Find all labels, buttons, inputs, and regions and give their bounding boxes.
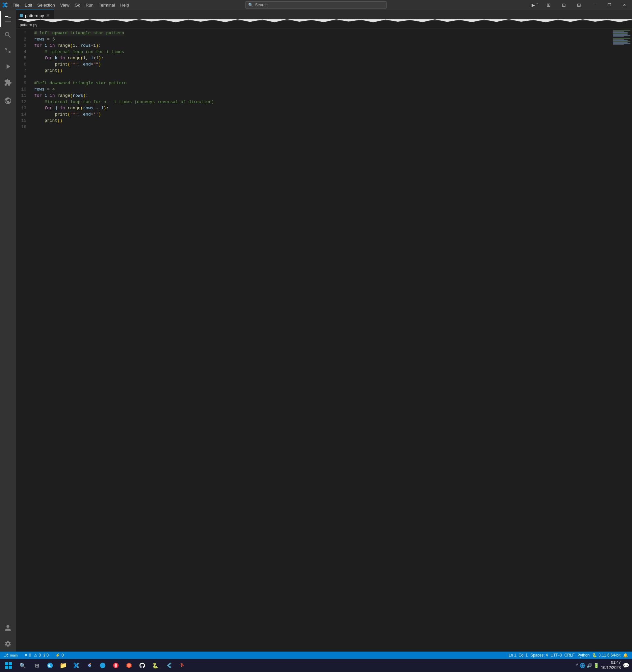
taskbar-vscode2-icon[interactable] [163, 659, 174, 671]
menu-selection[interactable]: Selection [34, 0, 57, 10]
git-branch-icon: ⎇ [4, 653, 8, 657]
status-port[interactable]: ⚡ 0 [54, 652, 65, 659]
warning-count: 0 [39, 653, 41, 657]
warning-icon: ⚠ [34, 653, 38, 657]
error-icon: ✕ [24, 653, 28, 657]
editor-container: pattern.py ✕ pattern.py 1 2 3 4 5 6 7 8 … [16, 10, 632, 652]
activity-settings-icon[interactable] [0, 636, 16, 652]
svg-rect-0 [5, 662, 8, 665]
taskbar-taskview-icon[interactable]: ⊞ [31, 659, 43, 671]
status-branch-label: main [10, 653, 18, 657]
clock-date: 19/12/2023 [601, 666, 621, 671]
taskbar-edge2-icon[interactable] [97, 659, 108, 671]
taskbar-chrome-icon[interactable] [83, 659, 95, 671]
minimap [612, 29, 632, 652]
status-spaces[interactable]: Spaces: 4 [529, 653, 549, 657]
activity-source-control-icon[interactable] [0, 43, 16, 58]
status-language[interactable]: Python [576, 653, 591, 657]
titlebar-right: ▶ ˅ ⊞ ⊡ ⊟ ─ ❐ ✕ [529, 0, 632, 10]
activity-bar [0, 10, 16, 652]
activity-run-icon[interactable] [0, 58, 16, 74]
run-button[interactable]: ▶ ˅ [529, 0, 541, 10]
tray-battery-icon[interactable]: 🔋 [593, 663, 599, 668]
status-eol[interactable]: CRLF [563, 653, 576, 657]
menu-terminal[interactable]: Terminal [96, 0, 118, 10]
taskbar-vscode-icon[interactable] [70, 659, 82, 671]
status-ln-col[interactable]: Ln 1, Col 1 [507, 653, 529, 657]
status-right: Ln 1, Col 1 Spaces: 4 UTF-8 CRLF Python … [507, 653, 629, 657]
status-python-version[interactable]: 🐍 3.11.6 64-bit [591, 653, 622, 657]
status-encoding[interactable]: UTF-8 [550, 653, 563, 657]
svg-rect-3 [9, 666, 12, 669]
search-icon: 🔍 [248, 3, 253, 7]
tray-volume-icon[interactable]: 🔊 [587, 663, 592, 668]
status-bar: ⎇ main ✕ 0 ⚠ 0 ℹ 0 ⚡ 0 Ln 1, Col 1 Space… [0, 652, 632, 659]
svg-rect-2 [5, 666, 8, 669]
activity-extensions-icon[interactable] [0, 74, 16, 90]
activity-accounts-icon[interactable] [0, 620, 16, 636]
menu-file[interactable]: File [10, 0, 22, 10]
breadcrumb-file[interactable]: pattern.py [20, 23, 37, 27]
activity-search-icon[interactable] [0, 27, 16, 43]
svg-point-8 [115, 663, 117, 667]
status-notifications[interactable]: 🔔 [622, 653, 629, 657]
info-count: 0 [46, 653, 49, 657]
code-editor[interactable]: 1 2 3 4 5 6 7 8 9 10 11 12 13 14 15 16 #… [16, 29, 632, 652]
tab-pattern-py[interactable]: pattern.py ✕ [16, 9, 54, 21]
breadcrumb: pattern.py [16, 21, 632, 29]
taskbar-git-icon[interactable] [176, 659, 188, 671]
tray-network-icon[interactable]: 🌐 [580, 663, 585, 668]
menu-go[interactable]: Go [72, 0, 83, 10]
taskbar-edge-icon[interactable] [44, 659, 56, 671]
tray-chevron-icon[interactable]: ^ [576, 663, 578, 668]
activity-explorer-icon[interactable] [0, 11, 16, 27]
menu-help[interactable]: Help [118, 0, 132, 10]
python-version-label: 3.11.6 64-bit [599, 653, 621, 657]
taskbar-opera-icon[interactable] [110, 659, 122, 671]
taskbar-python-icon[interactable]: 🐍 [149, 659, 161, 671]
ln-col-label: Ln 1, Col 1 [509, 653, 528, 657]
taskbar-files-icon[interactable]: 📁 [57, 659, 69, 671]
info-icon: ℹ [44, 653, 45, 657]
port-icon: ⚡ [55, 653, 60, 657]
status-errors[interactable]: ✕ 0 ⚠ 0 ℹ 0 [23, 652, 50, 659]
taskbar: 🔍 ⊞ 📁 [0, 659, 632, 672]
taskbar-right: ^ 🌐 🔊 🔋 01:47 19/12/2023 💬 [576, 660, 629, 670]
layout3-icon[interactable]: ⊟ [572, 0, 587, 10]
bell-icon: 🔔 [623, 653, 628, 657]
search-placeholder: Search [255, 3, 268, 7]
titlebar-left: File Edit Selection View Go Run Terminal… [0, 0, 132, 10]
minimize-button[interactable]: ─ [587, 0, 602, 10]
code-content[interactable]: # left upward triangle star pattern rows… [29, 29, 612, 652]
menu-view[interactable]: View [57, 0, 72, 10]
clock-time: 01:47 [601, 660, 621, 666]
search-bar[interactable]: 🔍 Search [245, 1, 387, 8]
status-branch[interactable]: ⎇ main [3, 652, 19, 659]
menu-edit[interactable]: Edit [22, 0, 34, 10]
error-count: 0 [29, 653, 31, 657]
restore-button[interactable]: ❐ [602, 0, 617, 10]
activity-remote-icon[interactable] [0, 93, 16, 109]
taskbar-github-icon[interactable] [136, 659, 148, 671]
notification-icon[interactable]: 💬 [623, 663, 629, 669]
eol-label: CRLF [564, 653, 575, 657]
svg-rect-1 [9, 662, 12, 665]
tab-bar: pattern.py ✕ [16, 10, 632, 21]
python-icon: 🐍 [592, 653, 597, 657]
taskbar-clock[interactable]: 01:47 19/12/2023 [601, 660, 621, 670]
port-count: 0 [62, 653, 64, 657]
encoding-label: UTF-8 [551, 653, 562, 657]
layout-icon[interactable]: ⊞ [541, 0, 556, 10]
layout2-icon[interactable]: ⊡ [556, 0, 572, 10]
close-button[interactable]: ✕ [617, 0, 632, 10]
line-numbers: 1 2 3 4 5 6 7 8 9 10 11 12 13 14 15 16 [16, 29, 29, 652]
menu-run[interactable]: Run [83, 0, 96, 10]
language-label: Python [577, 653, 589, 657]
activity-bar-bottom [0, 620, 16, 652]
taskbar-brave-icon[interactable] [123, 659, 135, 671]
start-button[interactable] [3, 659, 15, 671]
taskbar-search-icon[interactable]: 🔍 [16, 659, 30, 671]
python-file-icon [20, 14, 23, 17]
tab-close-button[interactable]: ✕ [46, 13, 50, 18]
vscode-logo-icon [0, 0, 10, 10]
